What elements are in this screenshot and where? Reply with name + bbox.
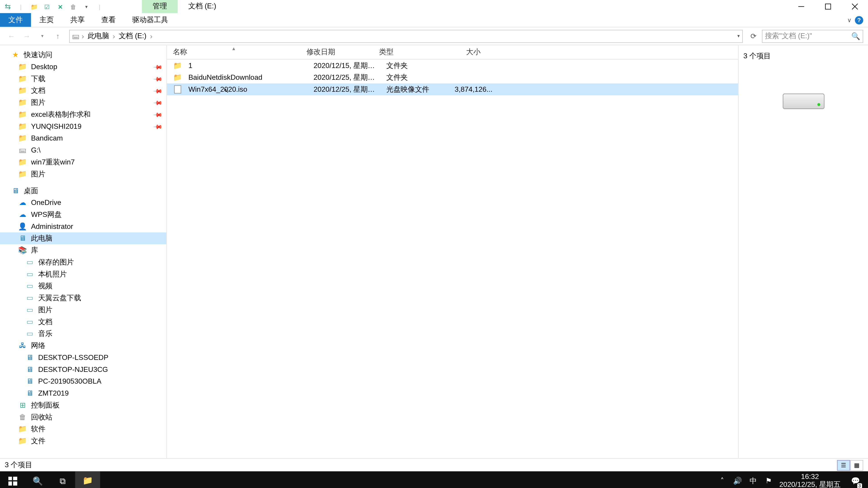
breadcrumb-drive[interactable]: 文档 (E:): [118, 31, 148, 41]
folder-icon: 📁: [18, 62, 27, 71]
computer-icon: 🖥: [25, 353, 35, 362]
tree-item[interactable]: 🖥此电脑: [0, 232, 166, 245]
recent-dropdown-icon[interactable]: ▾: [36, 30, 49, 43]
file-type: 文件夹: [383, 72, 443, 83]
folder-icon: 📁: [18, 122, 27, 131]
address-dropdown-icon[interactable]: ▾: [737, 33, 740, 39]
search-button[interactable]: 🔍: [25, 471, 50, 488]
svg-rect-4: [8, 477, 12, 480]
tree-files[interactable]: 📁文件: [0, 435, 166, 447]
breadcrumb-this-pc[interactable]: 此电脑: [86, 31, 110, 41]
file-list[interactable]: 名称▲ 修改日期 类型 大小 📁12020/12/15, 星期二 1...文件夹…: [166, 45, 738, 458]
back-button[interactable]: ←: [5, 30, 18, 43]
tree-item[interactable]: 🖥DESKTOP-NJEU3CG: [0, 363, 166, 376]
app-icon[interactable]: ⇆: [1, 1, 14, 13]
tree-item[interactable]: 📁图片📌: [0, 96, 166, 108]
tree-quick-access[interactable]: ★快速访问: [0, 49, 166, 61]
chevron-right-icon[interactable]: ›: [82, 32, 84, 40]
cloud-icon: ☁: [18, 198, 27, 207]
tree-software[interactable]: 📁软件: [0, 423, 166, 435]
minimize-button[interactable]: [787, 0, 814, 13]
view-details-button[interactable]: ☰: [837, 460, 850, 470]
tree-item[interactable]: 📁文档📌: [0, 85, 166, 97]
up-button[interactable]: ↑: [51, 30, 64, 43]
column-name[interactable]: 名称▲: [167, 47, 301, 57]
tree-item[interactable]: 📁Desktop📌: [0, 61, 166, 73]
tree-item[interactable]: 🖴G:\: [0, 144, 166, 156]
column-size[interactable]: 大小: [434, 47, 487, 57]
action-center-icon[interactable]: 💬3: [846, 471, 864, 488]
chevron-right-icon[interactable]: ›: [113, 32, 115, 40]
tree-item[interactable]: 🖥PC-20190530OBLA: [0, 376, 166, 387]
folder-icon: 📁: [173, 73, 182, 82]
navigation-tree[interactable]: ★快速访问 📁Desktop📌📁下载📌📁文档📌📁图片📌📁excel表格制作求和📌…: [0, 45, 166, 458]
tree-item[interactable]: ▭文档: [0, 316, 166, 328]
column-date[interactable]: 修改日期: [301, 47, 373, 57]
ribbon-tab-file[interactable]: 文件: [0, 13, 31, 27]
tree-recycle-bin[interactable]: 🗑回收站: [0, 411, 166, 423]
checkbox-icon[interactable]: ☑: [40, 1, 54, 13]
qat-dropdown-icon[interactable]: ▾: [80, 1, 93, 13]
tray-overflow-icon[interactable]: ˄: [717, 477, 727, 485]
close-file-icon[interactable]: ✕: [54, 1, 67, 13]
tree-item[interactable]: ☁OneDrive: [0, 197, 166, 208]
file-row[interactable]: 📁12020/12/15, 星期二 1...文件夹: [167, 60, 738, 72]
search-icon[interactable]: 🔍: [851, 32, 860, 40]
tree-item[interactable]: 📚库: [0, 244, 166, 256]
folder-icon: 📁: [18, 133, 27, 143]
file-type: 光盘映像文件: [383, 84, 443, 94]
close-button[interactable]: [841, 0, 868, 13]
volume-icon[interactable]: 🔊: [733, 477, 742, 485]
user-icon: 👤: [18, 222, 27, 231]
file-date: 2020/12/25, 星期五 1...: [310, 84, 383, 94]
contextual-tab-manage[interactable]: 管理: [142, 0, 178, 13]
tree-item[interactable]: 📁win7重装win7: [0, 156, 166, 168]
computer-icon: 🖥: [25, 365, 35, 374]
address-bar[interactable]: 🖴 › 此电脑 › 文档 (E:) › ▾: [69, 30, 743, 43]
tree-network[interactable]: 🖧网络: [0, 339, 166, 352]
taskbar-explorer[interactable]: 📁: [75, 471, 100, 488]
security-icon[interactable]: ⚑: [764, 477, 773, 485]
maximize-button[interactable]: [814, 0, 841, 13]
tree-control-panel[interactable]: ⊞控制面板: [0, 399, 166, 411]
tree-desktop-root[interactable]: 🖥桌面: [0, 185, 166, 197]
tree-item[interactable]: ▭视频: [0, 280, 166, 292]
tree-item[interactable]: 🖥ZMT2019: [0, 387, 166, 399]
drive-preview-icon: [782, 85, 825, 109]
tree-item[interactable]: 👤Administrator: [0, 221, 166, 232]
help-icon[interactable]: ?: [855, 16, 863, 24]
forward-button[interactable]: →: [20, 30, 33, 43]
task-view-button[interactable]: ⧉: [50, 471, 75, 488]
folder-icon[interactable]: 📁: [27, 1, 40, 13]
clock[interactable]: 16:32 2020/12/25, 星期五: [779, 473, 841, 488]
ribbon-tab-drive-tools[interactable]: 驱动器工具: [124, 13, 177, 27]
tree-item[interactable]: 📁下载📌: [0, 73, 166, 85]
ribbon-tab-home[interactable]: 主页: [31, 13, 62, 27]
svg-rect-5: [13, 477, 17, 480]
tree-item[interactable]: ☁WPS网盘: [0, 208, 166, 221]
ribbon-expand-icon[interactable]: ∨: [847, 17, 851, 23]
ime-icon[interactable]: 中: [748, 476, 758, 486]
tree-item[interactable]: 📁excel表格制作求和📌: [0, 108, 166, 121]
tree-item[interactable]: ▭音乐: [0, 328, 166, 340]
tree-item[interactable]: ▭图片: [0, 304, 166, 316]
tree-item[interactable]: 📁YUNQISHI2019📌: [0, 121, 166, 132]
tree-item[interactable]: ▭保存的图片: [0, 256, 166, 268]
tree-item[interactable]: ▭天翼云盘下载: [0, 292, 166, 304]
recycle-bin-icon[interactable]: 🗑: [67, 1, 80, 13]
start-button[interactable]: [0, 471, 25, 488]
tree-item[interactable]: ▭本机照片: [0, 268, 166, 280]
tree-item[interactable]: 📁图片: [0, 168, 166, 180]
tree-item[interactable]: 📁Bandicam: [0, 132, 166, 144]
column-type[interactable]: 类型: [373, 47, 434, 57]
search-input[interactable]: 搜索"文档 (E:)" 🔍: [762, 30, 863, 43]
ribbon-tab-share[interactable]: 共享: [62, 13, 93, 27]
refresh-button[interactable]: ⟳: [747, 30, 760, 42]
view-large-icons-button[interactable]: ▦: [850, 460, 863, 470]
file-row[interactable]: 📁BaiduNetdiskDownload2020/12/25, 星期五 1..…: [167, 71, 738, 84]
tree-item[interactable]: 🖥DESKTOP-LSSOEDP: [0, 352, 166, 363]
pin-icon: 📌: [153, 74, 163, 84]
ribbon-tab-view[interactable]: 查看: [93, 13, 124, 27]
chevron-right-icon[interactable]: ›: [150, 32, 153, 40]
file-row[interactable]: Win7x64_2020.iso2020/12/25, 星期五 1...光盘映像…: [167, 84, 738, 95]
